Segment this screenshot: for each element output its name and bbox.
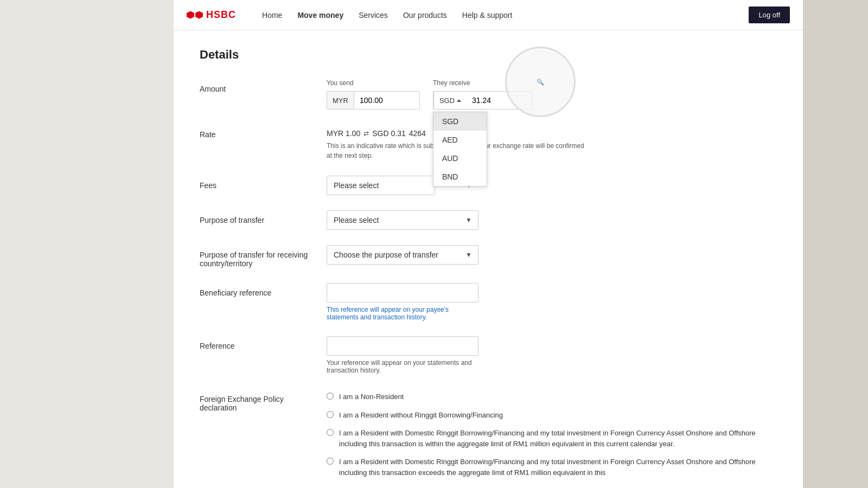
nav-services[interactable]: Services: [359, 11, 388, 20]
nav-our-products[interactable]: Our products: [403, 11, 447, 20]
purpose-receiving-row: Purpose of transfer for receiving countr…: [200, 245, 777, 268]
fees-select[interactable]: Please select: [327, 176, 435, 195]
hsbc-brand-text: HSBC: [206, 9, 236, 21]
content-area: Details Amount You send MYR: [174, 30, 803, 488]
main-area: HSBC Home Move money Services Our produc…: [174, 0, 803, 488]
radio-resident-domestic-within-label: I am a Resident with Domestic Ringgit Bo…: [339, 428, 777, 449]
radio-resident-domestic-exceeds-label: I am a Resident with Domestic Ringgit Bo…: [339, 457, 777, 478]
radio-resident-domestic-within-input[interactable]: [327, 429, 334, 436]
beneficiary-ref-input[interactable]: [327, 283, 478, 303]
radio-resident-no-borrowing-input[interactable]: [327, 411, 334, 418]
you-send-col: You send MYR: [327, 79, 420, 110]
hex1: [187, 11, 194, 19]
currency-option-bnd[interactable]: BND: [433, 168, 487, 186]
send-label: You send: [327, 79, 420, 87]
radio-resident-no-borrowing[interactable]: I am a Resident without Ringgit Borrowin…: [327, 410, 777, 421]
amount-row: Amount You send MYR: [200, 79, 777, 110]
rate-controls: MYR 1.00 ⇄ SGD 0.31 4264 This is an indi…: [327, 125, 777, 160]
purpose-receiving-controls: Choose the purpose of transfer ▼: [327, 245, 777, 265]
purpose-select-wrapper: Please select ▼: [327, 210, 478, 230]
receive-input-row: SGD: [433, 91, 532, 110]
amount-group: You send MYR They receive: [327, 79, 777, 110]
radio-non-resident-input[interactable]: [327, 393, 334, 400]
purpose-row: Purpose of transfer Please select ▼: [200, 210, 777, 230]
nav-move-money[interactable]: Move money: [297, 11, 343, 20]
purpose-controls: Please select ▼: [327, 210, 777, 230]
logoff-button[interactable]: Log off: [749, 7, 790, 23]
radio-resident-domestic-exceeds-input[interactable]: [327, 458, 334, 465]
hex2: [195, 11, 203, 19]
forex-policy-row: Foreign Exchange Policy declaration I am…: [200, 389, 777, 478]
reference-note: Your reference will appear on your state…: [327, 359, 478, 374]
rate-base: MYR 1.00: [327, 129, 360, 138]
amount-controls: You send MYR They receive: [327, 79, 777, 110]
receive-currency-text: SGD: [439, 97, 455, 105]
beneficiary-ref-note: This reference will appear on your payee…: [327, 306, 478, 321]
nav-links: Home Move money Services Our products He…: [262, 11, 731, 20]
radio-non-resident[interactable]: I am a Non-Resident: [327, 391, 777, 402]
rate-label: Rate: [200, 125, 314, 139]
send-input-row: MYR: [327, 91, 420, 110]
beneficiary-ref-controls: This reference will appear on your payee…: [327, 283, 777, 321]
form-section: Amount You send MYR: [200, 79, 777, 478]
currency-option-sgd[interactable]: SGD: [433, 112, 487, 131]
reference-input[interactable]: [327, 336, 478, 356]
radio-resident-domestic-exceeds[interactable]: I am a Resident with Domestic Ringgit Bo…: [327, 457, 777, 478]
beneficiary-ref-row: Beneficiary reference This reference wil…: [200, 283, 777, 321]
purpose-receiving-label: Purpose of transfer for receiving countr…: [200, 245, 314, 268]
fees-row: Fees Please select ▼: [200, 176, 777, 195]
fees-label: Fees: [200, 176, 314, 190]
send-currency-tag: MYR: [327, 92, 354, 109]
forex-policy-label: Foreign Exchange Policy declaration: [200, 389, 314, 412]
navbar-logo: HSBC: [187, 9, 236, 21]
right-panel: [803, 0, 868, 488]
page-title: Details: [200, 48, 777, 62]
purpose-select[interactable]: Please select: [327, 210, 478, 230]
reference-controls: Your reference will appear on your state…: [327, 336, 777, 374]
they-receive-col: They receive SGD: [433, 79, 532, 110]
navbar: HSBC Home Move money Services Our produc…: [174, 0, 803, 30]
reference-label: Reference: [200, 336, 314, 350]
radio-resident-no-borrowing-label: I am a Resident without Ringgit Borrowin…: [339, 410, 503, 421]
forex-policy-controls: I am a Non-Resident I am a Resident with…: [327, 389, 777, 478]
nav-home[interactable]: Home: [262, 11, 282, 20]
purpose-receiving-select-wrapper: Choose the purpose of transfer ▼: [327, 245, 478, 265]
swap-icon: ⇄: [363, 130, 369, 137]
currency-option-aed[interactable]: AED: [433, 131, 487, 149]
left-panel: [0, 0, 174, 488]
rate-row: Rate MYR 1.00 ⇄ SGD 0.31 4264 This is an…: [200, 125, 777, 160]
chevron-up-icon: [457, 99, 461, 102]
hsbc-logo-icon: [187, 11, 203, 19]
receive-currency-btn[interactable]: SGD: [433, 92, 467, 109]
white-card: Details Amount You send MYR: [174, 30, 803, 488]
rate-display: MYR 1.00 ⇄ SGD 0.31 4264: [327, 125, 777, 138]
currency-dropdown: SGD AED AUD BND: [433, 112, 487, 187]
send-amount-input[interactable]: [354, 92, 419, 109]
beneficiary-ref-label: Beneficiary reference: [200, 283, 314, 297]
radio-group: I am a Non-Resident I am a Resident with…: [327, 389, 777, 478]
radio-resident-domestic-within[interactable]: I am a Resident with Domestic Ringgit Bo…: [327, 428, 777, 449]
fees-controls: Please select ▼: [327, 176, 777, 195]
purpose-receiving-select[interactable]: Choose the purpose of transfer: [327, 245, 478, 265]
currency-option-aud[interactable]: AUD: [433, 149, 487, 168]
radio-non-resident-label: I am a Non-Resident: [339, 391, 404, 402]
receive-amount-input[interactable]: [467, 92, 532, 109]
reference-row: Reference Your reference will appear on …: [200, 336, 777, 374]
purpose-label: Purpose of transfer: [200, 210, 314, 224]
rate-target: SGD 0.31: [372, 129, 405, 138]
receive-label: They receive: [433, 79, 532, 87]
nav-help-support[interactable]: Help & support: [462, 11, 513, 20]
amount-label: Amount: [200, 79, 314, 93]
rate-suffix: 4264: [409, 129, 426, 138]
